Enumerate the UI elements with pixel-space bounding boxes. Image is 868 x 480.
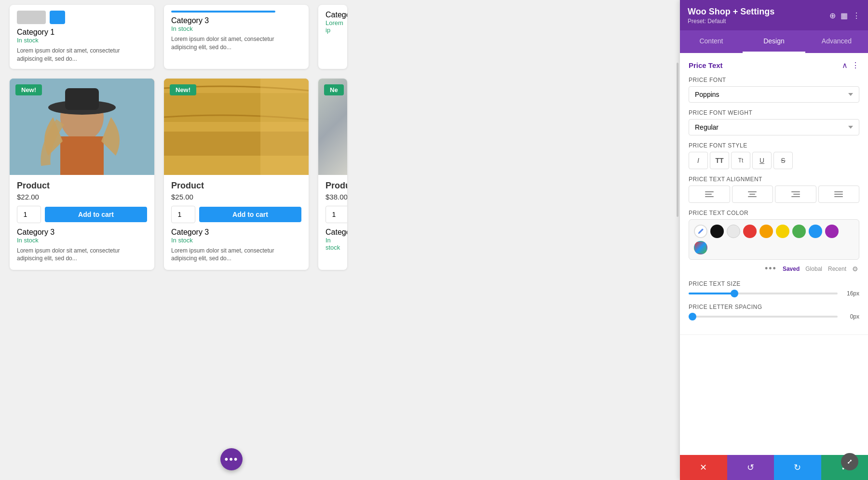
panel-target-icon[interactable]: ⊕	[829, 11, 836, 20]
color-blue[interactable]	[809, 225, 822, 238]
price-font-weight-label: Price Font Weight	[689, 109, 859, 116]
price-font-style-field: Price Font Style I TT Tt U S	[689, 142, 859, 169]
section-title: Price Text	[689, 61, 723, 69]
price-spacing-slider-track[interactable]	[689, 316, 838, 318]
product-3-qty[interactable]	[326, 206, 347, 223]
redo-button[interactable]: ↻	[774, 455, 821, 480]
product-card-2: New! Product $25.00 Add to cart Category…	[164, 79, 309, 270]
product-2-qty[interactable]	[171, 206, 195, 223]
product-2-stock: In stock	[171, 237, 301, 244]
price-letter-spacing-field: Price Letter Spacing 0px	[689, 304, 859, 320]
panel-footer: ✕ ↺ ↻ ✓	[680, 455, 868, 480]
color-more-btn[interactable]: •••	[765, 264, 777, 274]
panel-title: Woo Shop + Settings	[688, 7, 774, 17]
product-2-cart-row: Add to cart	[171, 206, 301, 223]
panel-body: Price Text ∧ ⋮ Price Font Poppins Roboto…	[680, 53, 868, 455]
top-card-3-category[interactable]: Catego	[326, 11, 347, 19]
cancel-button[interactable]: ✕	[680, 455, 727, 480]
svg-rect-2	[60, 136, 104, 175]
color-light[interactable]	[727, 225, 740, 238]
style-italic-btn[interactable]: I	[689, 152, 708, 169]
price-text-alignment-field: Price Text Alignment	[689, 176, 859, 203]
tab-advanced[interactable]: Advanced	[805, 30, 868, 53]
product-1-badge: New!	[15, 84, 42, 95]
style-strikethrough-btn[interactable]: S	[773, 152, 793, 169]
section-more-btn[interactable]: ⋮	[852, 61, 859, 70]
product-2-add-to-cart[interactable]: Add to cart	[199, 207, 301, 222]
align-left-btn[interactable]	[689, 186, 730, 203]
product-1-category[interactable]: Category 3	[17, 228, 54, 236]
top-product-row: Category 1 In stock Lorem ipsum dolor si…	[10, 5, 477, 69]
tab-design[interactable]: Design	[743, 30, 805, 53]
top-card-1-desc: Lorem ipsum dolor sit amet, consectetur …	[17, 47, 147, 63]
price-font-select[interactable]: Poppins Roboto Open Sans	[689, 86, 859, 103]
color-tabs-row: ••• Saved Global Recent ⚙	[689, 264, 859, 274]
color-gradient[interactable]	[694, 241, 707, 254]
align-center-btn[interactable]	[732, 186, 773, 203]
main-content: Category 1 In stock Lorem ipsum dolor si…	[0, 0, 487, 480]
top-card-2-category[interactable]: Category 3	[171, 16, 209, 25]
style-capitalize-btn[interactable]: Tt	[731, 152, 750, 169]
product-2-image-wrap: New!	[164, 79, 309, 175]
color-black[interactable]	[710, 225, 724, 238]
panel-columns-icon[interactable]: ▦	[841, 11, 848, 20]
color-orange[interactable]	[760, 225, 773, 238]
color-green[interactable]	[792, 225, 806, 238]
align-justify-btn[interactable]	[818, 186, 860, 203]
floating-dots-button[interactable]: •••	[220, 448, 243, 470]
svg-point-9	[702, 229, 704, 230]
color-purple[interactable]	[825, 225, 839, 238]
price-letter-spacing-value: 0px	[842, 313, 859, 320]
product-3-cart-row	[326, 206, 340, 223]
color-tab-global[interactable]: Global	[805, 266, 822, 272]
price-spacing-slider-thumb[interactable]	[689, 313, 696, 320]
color-gear-icon[interactable]: ⚙	[852, 265, 858, 273]
product-1-price: $22.00	[17, 193, 147, 201]
price-size-slider-track[interactable]	[689, 293, 838, 294]
panel-tabs: Content Design Advanced	[680, 30, 868, 53]
settings-panel: Woo Shop + Settings Preset: Default ⊕ ▦ …	[680, 0, 868, 480]
section-collapse-btn[interactable]: ∧	[842, 61, 848, 70]
product-1-stock: In stock	[17, 237, 147, 244]
product-1-name: Product	[17, 181, 147, 191]
product-3-stock: In stock	[326, 237, 340, 251]
color-eyedropper[interactable]	[694, 225, 707, 238]
product-1-qty[interactable]	[17, 206, 41, 223]
style-underline-btn[interactable]: U	[752, 152, 772, 169]
product-2-name: Product	[171, 181, 301, 191]
product-2-category[interactable]: Category 3	[171, 228, 209, 236]
price-text-section: Price Text ∧ ⋮ Price Font Poppins Roboto…	[680, 53, 868, 335]
product-1-add-to-cart[interactable]: Add to cart	[45, 207, 147, 222]
price-size-slider-fill	[689, 293, 733, 294]
product-1-desc: Lorem ipsum dolor sit amet, consectetur …	[17, 247, 147, 263]
product-card-1: New! Product $22.00 Add to cart Category…	[10, 79, 154, 270]
product-1-info: Product $22.00 Add to cart Category 3 In…	[10, 175, 154, 270]
product-3-image-wrap: Ne	[318, 79, 347, 175]
panel-scrollbar[interactable]	[677, 63, 678, 217]
top-card-1-button[interactable]	[50, 11, 65, 24]
price-text-size-field: Price Text Size 16px	[689, 280, 859, 297]
top-card-1-stock: In stock	[17, 37, 147, 44]
top-card-3: Catego Lorem ip	[318, 5, 347, 69]
price-font-field: Price Font Poppins Roboto Open Sans	[689, 77, 859, 103]
color-red[interactable]	[743, 225, 757, 238]
price-font-weight-select[interactable]: Regular Bold Light Medium	[689, 119, 859, 135]
product-3-category[interactable]: Category	[326, 228, 347, 236]
price-text-alignment-label: Price Text Alignment	[689, 176, 859, 183]
tab-content[interactable]: Content	[680, 30, 743, 53]
color-tab-recent[interactable]: Recent	[828, 266, 846, 272]
color-picker-row	[689, 219, 859, 260]
product-3-name: Produ	[326, 181, 340, 191]
color-yellow[interactable]	[776, 225, 789, 238]
undo-button[interactable]: ↺	[727, 455, 774, 480]
product-2-price: $25.00	[171, 193, 301, 201]
product-card-3: Ne Produ $38.00 Category In stock	[318, 79, 347, 270]
color-tab-saved[interactable]: Saved	[783, 266, 800, 272]
style-uppercase-btn[interactable]: TT	[710, 152, 729, 169]
panel-preset[interactable]: Preset: Default	[688, 18, 774, 25]
price-size-slider-thumb[interactable]	[731, 290, 738, 297]
panel-more-icon[interactable]: ⋮	[853, 11, 860, 20]
top-card-1-category[interactable]: Category 1	[17, 28, 54, 36]
resize-handle[interactable]	[841, 453, 858, 470]
align-right-btn[interactable]	[775, 186, 816, 203]
